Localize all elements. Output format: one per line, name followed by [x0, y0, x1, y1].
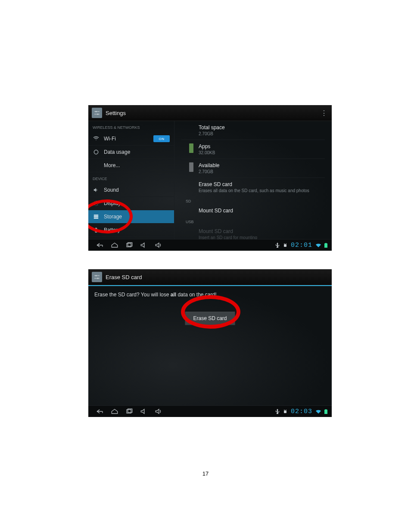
prompt-prefix: Erase the SD card? You will lose — [94, 292, 171, 298]
battery-status-icon — [324, 243, 327, 248]
apps-value: 32.00KB — [199, 150, 320, 155]
usb-icon — [275, 243, 280, 248]
storage-mount-sd[interactable]: Mount SD card — [181, 204, 325, 217]
system-navbar: 02:01 — [88, 239, 332, 251]
status-tray[interactable]: 02:03 — [275, 408, 327, 415]
storage-label: Storage — [104, 214, 170, 220]
settings-app-icon — [92, 108, 102, 118]
svg-rect-25 — [324, 410, 327, 414]
storage-content: Total space 2.70GB Apps 32.00KB Availabl… — [174, 121, 332, 240]
header-title: Erase SD card — [106, 274, 142, 280]
storage-apps[interactable]: Apps 32.00KB — [181, 140, 325, 159]
available-color-swatch — [189, 162, 193, 172]
spacer-icon — [93, 162, 100, 169]
overflow-menu-icon[interactable]: ⋮ — [321, 109, 328, 117]
screenshot-settings-storage: Settings ⋮ WIRELESS & NETWORKS Wi-Fi ON … — [88, 105, 332, 251]
category-wireless: WIRELESS & NETWORKS — [88, 121, 174, 132]
battery-label: Battery — [104, 227, 170, 233]
svg-rect-11 — [284, 244, 286, 247]
prompt-suffix: data on the card! — [176, 292, 216, 298]
battery-status-icon — [324, 409, 327, 414]
sidebar-item-storage[interactable]: Storage — [88, 210, 174, 224]
storage-total-space: Total space 2.70GB — [181, 121, 325, 140]
prompt-bold: all — [171, 292, 176, 298]
svg-point-4 — [94, 150, 98, 154]
volume-up-button[interactable] — [151, 240, 166, 251]
apps-title: Apps — [199, 143, 320, 149]
app-header: Settings ⋮ — [88, 105, 332, 121]
android-debug-icon — [283, 409, 287, 414]
svg-point-19 — [97, 277, 98, 279]
recents-button[interactable] — [122, 406, 137, 417]
wifi-signal-icon — [316, 409, 321, 414]
settings-app-icon — [92, 272, 102, 282]
status-tray[interactable]: 02:01 — [275, 242, 327, 249]
svg-point-2 — [95, 111, 97, 112]
svg-rect-15 — [325, 243, 327, 243]
display-label: Display — [104, 200, 170, 206]
svg-point-18 — [95, 275, 97, 276]
svg-point-3 — [97, 113, 98, 115]
available-title: Available — [199, 162, 320, 168]
total-space-value: 2.70GB — [199, 131, 320, 136]
more-label: More... — [104, 162, 170, 168]
settings-sidebar: WIRELESS & NETWORKS Wi-Fi ON Data usage … — [88, 121, 174, 240]
recents-button[interactable] — [122, 240, 137, 251]
back-button[interactable] — [93, 406, 107, 417]
wifi-icon — [93, 135, 100, 142]
sound-icon — [93, 187, 100, 193]
volume-down-button[interactable] — [137, 240, 151, 251]
svg-rect-22 — [284, 411, 286, 413]
settings-body: WIRELESS & NETWORKS Wi-Fi ON Data usage … — [88, 121, 332, 240]
mount2-title: Mount SD card — [199, 228, 320, 234]
svg-rect-8 — [94, 218, 99, 218]
svg-point-5 — [95, 202, 97, 205]
storage-icon — [93, 213, 100, 220]
home-button[interactable] — [107, 240, 122, 251]
battery-icon — [93, 227, 100, 233]
clock: 02:03 — [291, 408, 312, 415]
apps-color-swatch — [189, 143, 193, 153]
page-number: 17 — [0, 470, 411, 477]
back-button[interactable] — [93, 240, 107, 251]
usb-icon — [275, 409, 280, 414]
erase-body: Erase the SD card? You will lose all dat… — [88, 286, 332, 408]
total-space-title: Total space — [199, 124, 320, 131]
section-usb: USB — [181, 217, 325, 225]
mount-title: Mount SD card — [199, 208, 320, 214]
sidebar-item-data-usage[interactable]: Data usage — [88, 146, 174, 159]
sidebar-item-battery[interactable]: Battery — [88, 224, 174, 237]
wifi-toggle[interactable]: ON — [153, 135, 170, 142]
display-icon — [93, 200, 100, 207]
section-sd: SD — [181, 196, 325, 204]
volume-down-button[interactable] — [137, 406, 151, 417]
sidebar-item-wifi[interactable]: Wi-Fi ON — [88, 132, 174, 146]
storage-erase-sd[interactable]: Erase SD card Erases all data on the SD … — [181, 178, 325, 196]
svg-rect-14 — [324, 243, 327, 248]
sidebar-item-display[interactable]: Display — [88, 197, 174, 210]
system-navbar: 02:03 — [88, 405, 332, 417]
home-button[interactable] — [107, 406, 122, 417]
app-header: Erase SD card — [88, 269, 332, 285]
sound-label: Sound — [104, 187, 170, 193]
svg-rect-6 — [94, 215, 99, 215]
data-usage-icon — [93, 149, 100, 156]
erase-sd-button[interactable]: Erase SD card — [185, 311, 235, 325]
svg-rect-26 — [325, 409, 327, 410]
header-title: Settings — [106, 110, 126, 116]
wifi-signal-icon — [316, 243, 321, 247]
wifi-label: Wi-Fi — [104, 136, 153, 142]
sidebar-item-more[interactable]: More... — [88, 159, 174, 172]
svg-rect-7 — [94, 216, 99, 217]
sidebar-item-sound[interactable]: Sound — [88, 184, 174, 197]
clock: 02:01 — [291, 242, 312, 249]
category-device: DEVICE — [88, 172, 174, 184]
screenshot-erase-sd: Erase SD card Erase the SD card? You wil… — [88, 269, 332, 417]
erase-sub: Erases all data on the SD card, such as … — [199, 188, 320, 193]
document-page: Settings ⋮ WIRELESS & NETWORKS Wi-Fi ON … — [0, 0, 411, 532]
available-value: 2.70GB — [199, 169, 320, 174]
storage-available: Available 2.70GB — [181, 159, 325, 178]
data-usage-label: Data usage — [104, 149, 170, 155]
erase-title: Erase SD card — [199, 181, 320, 187]
volume-up-button[interactable] — [151, 406, 166, 417]
